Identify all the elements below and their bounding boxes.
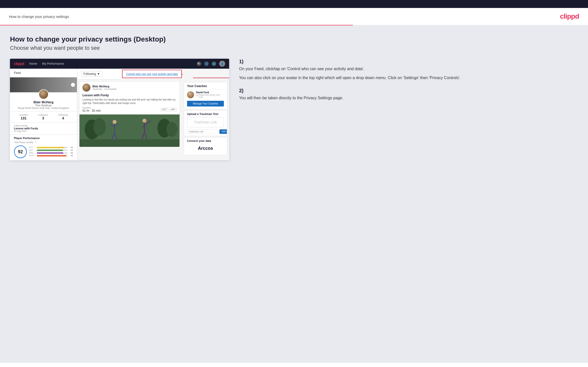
trackman-input-row: Add Link xyxy=(187,129,224,134)
player-performance: Player Performance Total Player Quality … xyxy=(10,135,77,160)
step1-subtext: You can also click on your avatar in the… xyxy=(239,75,578,81)
activity-card: Blair McHarg Yesterday · Sunningdale Les… xyxy=(79,81,180,147)
coach-item: David Ford 📍 Royal North Devon Golf Club xyxy=(184,90,227,100)
header-title: How to change your privacy settings xyxy=(9,14,69,19)
app-nav-home[interactable]: Home xyxy=(29,62,37,65)
total-quality-label: Total Player Quality ⓘ xyxy=(14,141,73,144)
activity-header: Blair McHarg Yesterday · Sunningdale xyxy=(79,82,180,94)
trackman-title: Upload a Trackman Test xyxy=(187,112,224,115)
header: How to change your privacy settings clip… xyxy=(0,8,588,25)
manage-coaches-button[interactable]: Manage Your Coaches xyxy=(187,101,224,106)
duration-value: 01 hr : 30 min xyxy=(82,109,101,112)
bar-ott-track xyxy=(37,147,67,148)
tag-ott: OTT xyxy=(161,108,168,111)
duration-info: Duration 01 hr : 30 min xyxy=(82,106,101,112)
coach-name: David Ford xyxy=(196,91,224,94)
coach-avatar xyxy=(187,91,194,98)
connect-title: Connect your data xyxy=(187,139,224,142)
activity-user-meta: Yesterday · Sunningdale xyxy=(92,88,117,90)
latest-activity-label: Latest Activity xyxy=(14,124,73,127)
profile-club: Royal North Devon Golf Club, United King… xyxy=(18,107,69,109)
top-bar xyxy=(0,0,588,8)
app-logo: clippd xyxy=(14,62,24,66)
profile-stats: Activities 131 Followers 3 Following 4 xyxy=(10,112,77,122)
app-screenshot: clippd Home My Performance 🔍 👤 🌐 👤 Feed xyxy=(10,59,229,160)
coach-info: David Ford 📍 Royal North Devon Golf Club xyxy=(196,91,224,98)
avatar-btn[interactable]: 👤 xyxy=(219,61,225,67)
stat-followers: Followers 3 xyxy=(38,114,48,120)
following-label: Following xyxy=(83,72,96,76)
step1-text: On your Feed, click/tap on 'Control who … xyxy=(239,66,578,72)
main-content: How to change your privacy settings (Des… xyxy=(0,25,588,363)
activity-description: Looking to feel like my hands are exitin… xyxy=(79,98,180,106)
tag-app: APP xyxy=(169,108,177,111)
app-nav-right: 🔍 👤 🌐 👤 xyxy=(197,61,225,67)
activity-image xyxy=(79,114,180,147)
player-performance-title: Player Performance xyxy=(14,137,73,140)
duration-tags: OTT APP xyxy=(161,108,177,111)
bar-app-fill xyxy=(37,150,63,151)
stat-activities-value: 131 xyxy=(19,116,28,120)
search-icon[interactable]: 🔍 xyxy=(197,61,201,66)
profile-name: Blair McHarg xyxy=(33,100,53,104)
step2-number: 2) xyxy=(239,88,578,94)
person-icon[interactable]: 👤 xyxy=(204,61,209,66)
bar-ott-value: 90 xyxy=(68,146,73,149)
quality-bars: OTT 90 APP xyxy=(29,146,73,157)
bar-app-value: 85 xyxy=(68,149,73,151)
coach-club: 📍 Royal North Devon Golf Club xyxy=(196,94,224,98)
golf-ball-decoration xyxy=(71,83,75,87)
feed-main: Following ▼ Control who can see your act… xyxy=(77,69,182,160)
feed-header: Following ▼ Control who can see your act… xyxy=(77,69,182,79)
chevron-down-icon: ▼ xyxy=(97,72,100,76)
globe-icon[interactable]: 🌐 xyxy=(212,61,216,66)
coach-club-name: Royal North Devon Golf Club xyxy=(199,94,224,98)
activity-user-name: Blair McHarg xyxy=(92,85,117,88)
profile-handicap: Plus Handicap xyxy=(35,104,51,107)
feed-tab[interactable]: Feed xyxy=(10,69,77,77)
stat-activities-label: Activities xyxy=(19,114,28,116)
svg-point-12 xyxy=(142,119,146,123)
svg-point-3 xyxy=(93,118,106,136)
instruction-step1: 1) On your Feed, click/tap on 'Control w… xyxy=(239,59,578,81)
profile-avatar-area: Blair McHarg Plus Handicap Royal North D… xyxy=(10,92,77,112)
latest-activity-date: 03 Aug 2022 xyxy=(14,130,73,132)
page-heading: How to change your privacy settings (Des… xyxy=(10,35,578,43)
stat-following: Following 4 xyxy=(58,114,68,120)
following-button[interactable]: Following ▼ xyxy=(81,71,102,77)
duration-label: Duration xyxy=(82,106,101,109)
activity-avatar xyxy=(82,84,90,92)
svg-rect-1 xyxy=(80,139,179,147)
bar-putt: PUTT 96 xyxy=(29,155,73,157)
bar-ott-fill xyxy=(37,147,65,148)
instructions: 1) On your Feed, click/tap on 'Control w… xyxy=(237,59,578,108)
page-subheading: Choose what you want people to see xyxy=(10,45,578,51)
avatar xyxy=(39,89,49,99)
trackman-input[interactable] xyxy=(187,129,218,134)
content-row: clippd Home My Performance 🔍 👤 🌐 👤 Feed xyxy=(10,59,578,160)
activity-duration: Duration 01 hr : 30 min OTT APP xyxy=(79,106,180,114)
svg-point-5 xyxy=(166,122,177,137)
trackman-link-box: Trackman Link xyxy=(187,117,224,127)
stat-followers-value: 3 xyxy=(38,116,48,120)
stat-activities: Activities 131 xyxy=(19,114,28,120)
footer: Copyright Clippd 2022 xyxy=(0,363,588,367)
svg-point-6 xyxy=(113,120,117,124)
red-connector-line xyxy=(182,69,229,80)
control-link[interactable]: Control who can see your activity and da… xyxy=(126,72,178,75)
bar-arg-track xyxy=(37,152,67,154)
bar-ott-label: OTT xyxy=(29,146,36,149)
quality-circle: 92 xyxy=(14,145,27,158)
app-nav-performance[interactable]: My Performance xyxy=(42,62,64,65)
bar-putt-value: 96 xyxy=(68,155,73,157)
bar-ott: OTT 90 xyxy=(29,146,73,149)
app-nav: clippd Home My Performance 🔍 👤 🌐 👤 xyxy=(10,59,229,69)
add-link-button[interactable]: Add Link xyxy=(219,129,227,134)
bar-putt-label: PUTT xyxy=(29,155,36,157)
coaches-panel: Your Coaches David Ford 📍 Royal North De… xyxy=(184,82,227,109)
step1-number: 1) xyxy=(239,59,578,64)
activity-title: Lesson with Fordy xyxy=(79,94,180,98)
stat-following-value: 4 xyxy=(58,116,68,120)
latest-activity: Latest Activity Lesson with Fordy 03 Aug… xyxy=(10,122,77,135)
info-icon: ⓘ xyxy=(34,141,37,144)
